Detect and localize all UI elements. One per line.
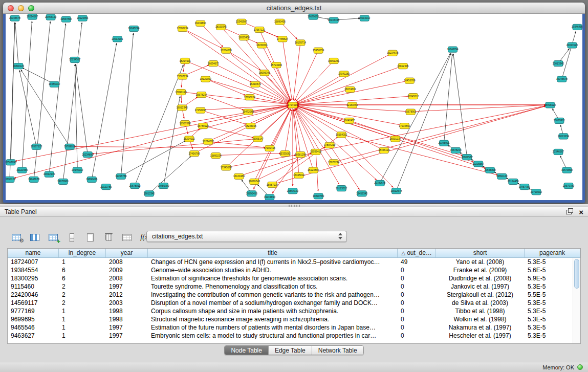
graph-edge[interactable] xyxy=(23,68,54,84)
graph-node[interactable]: 16905147 xyxy=(252,136,264,142)
graph-node[interactable]: 20123789 xyxy=(100,184,112,189)
graph-edge[interactable] xyxy=(297,107,341,135)
graph-node[interactable]: 16012345 xyxy=(176,105,187,111)
tab-edge-table[interactable]: Edge Table xyxy=(269,346,312,355)
graph-node[interactable]: 20901567 xyxy=(461,155,472,160)
graph-node[interactable]: 18195714 xyxy=(295,40,306,46)
graph-node[interactable]: 20124456 xyxy=(508,179,519,184)
panel-splitter[interactable] xyxy=(0,204,588,207)
graph-node[interactable]: 19891123 xyxy=(496,173,508,179)
window-zoom-button[interactable] xyxy=(28,5,34,11)
scrollbar-thumb[interactable] xyxy=(574,259,579,289)
graph-node[interactable]: 1724016 xyxy=(288,102,298,108)
graph-node[interactable]: 20890123 xyxy=(6,177,15,182)
graph-node[interactable]: 15554352 xyxy=(336,132,347,138)
graph-node[interactable]: 20013123 xyxy=(567,42,578,48)
graph-edge[interactable] xyxy=(316,106,546,152)
row-height-button[interactable] xyxy=(63,230,80,245)
graph-node[interactable]: 19679890 xyxy=(561,167,573,173)
graph-edge[interactable] xyxy=(221,27,258,43)
graph-node[interactable]: 16789123 xyxy=(198,123,209,129)
graph-node[interactable]: 15234678 xyxy=(387,50,398,56)
graph-node[interactable]: 19012345 xyxy=(143,191,155,196)
graph-node[interactable]: 16036418 xyxy=(310,149,321,155)
graph-node[interactable]: 20678012 xyxy=(129,183,140,188)
graph-node[interactable]: 19567123 xyxy=(31,144,42,149)
graph-node[interactable]: 18456123 xyxy=(378,147,389,153)
import-table-button[interactable] xyxy=(119,230,135,245)
graph-node[interactable]: 20345901 xyxy=(438,140,449,146)
graph-edge[interactable] xyxy=(396,54,451,191)
graph-node[interactable]: 19234890 xyxy=(264,194,275,200)
table-source-select[interactable]: citations_edges.txt xyxy=(146,231,347,242)
graph-node[interactable]: 19346678 xyxy=(556,76,568,82)
graph-node[interactable]: 17284209 xyxy=(221,48,232,53)
graph-node[interactable]: 15987234 xyxy=(267,182,278,187)
table-row[interactable]: 1830029562008Estimation of significance … xyxy=(8,274,580,282)
graph-node[interactable]: 16345012 xyxy=(293,172,304,178)
graph-node[interactable]: 18123950 xyxy=(200,76,211,82)
graph-edge[interactable] xyxy=(297,66,403,103)
graph-edge[interactable] xyxy=(341,135,393,187)
table-row[interactable]: 946362711997Embryonic stem cells: a mode… xyxy=(8,332,580,340)
graph-node[interactable]: 19456345 xyxy=(356,191,367,196)
graph-edge[interactable] xyxy=(149,156,190,193)
graph-edge[interactable] xyxy=(92,43,116,180)
graph-node[interactable]: 20345012 xyxy=(72,167,83,173)
graph-node[interactable]: 15335062 xyxy=(279,150,291,156)
graph-node[interactable]: 20012901 xyxy=(112,36,123,42)
graph-edge[interactable] xyxy=(226,50,289,102)
graph-node[interactable]: 18381296 xyxy=(295,151,306,157)
graph-node[interactable]: 17894210 xyxy=(324,142,335,148)
graph-edge[interactable] xyxy=(14,105,293,178)
graph-node[interactable]: 20345678 xyxy=(9,15,20,21)
graph-node[interactable]: 17234560 xyxy=(399,123,410,129)
graph-node[interactable]: 17041283 xyxy=(338,71,350,77)
graph-node[interactable]: 20679901 xyxy=(554,118,565,123)
graph-node[interactable]: 16961261 xyxy=(328,58,339,63)
graph-node[interactable]: 15567234 xyxy=(177,74,188,79)
graph-edge[interactable] xyxy=(293,105,377,180)
graph-edge[interactable] xyxy=(380,53,450,183)
graph-node[interactable]: 17098234 xyxy=(177,26,188,31)
graph-node[interactable]: 20456123 xyxy=(45,14,56,20)
network-canvas[interactable]: 1724016161506311778562718195714159500591… xyxy=(6,14,582,200)
graph-edge[interactable] xyxy=(183,28,222,48)
graph-edge[interactable] xyxy=(121,33,133,177)
graph-node[interactable]: 15678901 xyxy=(405,109,416,115)
graph-node[interactable]: 20346567 xyxy=(553,149,564,155)
graph-edge[interactable] xyxy=(453,54,467,157)
graph-node[interactable]: 19679678 xyxy=(308,14,319,19)
graph-node[interactable]: 20890456 xyxy=(246,191,257,196)
column-header-title[interactable]: title xyxy=(148,249,398,257)
graph-node[interactable]: 17812345 xyxy=(397,63,408,69)
graph-node[interactable]: 17785627 xyxy=(277,36,288,42)
graph-node[interactable]: 19346456 xyxy=(572,24,582,30)
graph-edge[interactable] xyxy=(206,79,246,95)
graph-edge[interactable] xyxy=(75,64,77,170)
graph-node[interactable]: 16150631 xyxy=(256,42,268,48)
graph-node[interactable]: 16642437 xyxy=(343,118,355,123)
graph-node[interactable]: 18074834 xyxy=(344,86,356,92)
graph-node[interactable]: 20790012 xyxy=(531,189,542,195)
graph-node[interactable]: 15998123 xyxy=(545,102,556,108)
column-header-name[interactable]: name xyxy=(8,249,59,257)
graph-edge[interactable] xyxy=(285,110,292,154)
graph-node[interactable]: 19789012 xyxy=(64,144,75,149)
graph-node[interactable]: 20679789 xyxy=(563,183,574,188)
graph-edge[interactable] xyxy=(444,54,452,143)
graph-node[interactable]: 16034672 xyxy=(208,61,219,67)
graph-node[interactable]: 19013234 xyxy=(558,134,569,139)
graph-node[interactable]: 19678234 xyxy=(450,147,461,153)
graph-node[interactable]: 19456789 xyxy=(115,173,126,179)
close-panel-icon[interactable]: × xyxy=(579,208,583,216)
graph-edge[interactable] xyxy=(203,126,253,138)
graph-node[interactable]: 19345234 xyxy=(128,26,139,31)
table-row[interactable]: 2242004622012Investigating the contribut… xyxy=(8,291,580,299)
graph-node[interactable]: 19890123 xyxy=(13,63,24,69)
graph-edge[interactable] xyxy=(208,141,265,147)
graph-node[interactable]: 18567890 xyxy=(180,120,191,126)
graph-edge[interactable] xyxy=(330,145,359,189)
column-header-in_degree[interactable]: in_degree xyxy=(59,249,106,257)
table-row[interactable]: 1938455462009Genome–wide association stu… xyxy=(8,266,580,274)
